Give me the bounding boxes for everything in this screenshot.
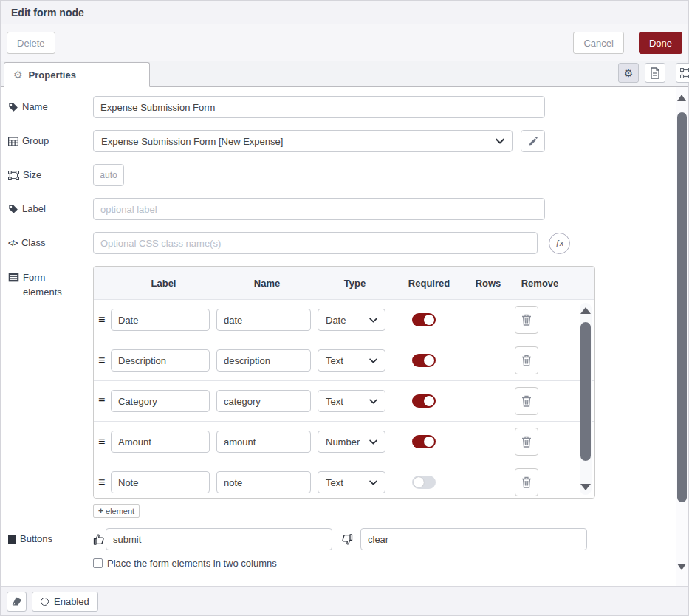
required-toggle[interactable]	[412, 394, 436, 408]
node-help-button[interactable]	[7, 592, 27, 612]
trash-icon	[521, 355, 532, 366]
group-select[interactable]: Expense Submission Form [New Expense]	[93, 130, 513, 152]
object-group-icon	[680, 68, 689, 78]
tab-properties[interactable]: ⚙ Properties	[4, 62, 150, 87]
cancel-button[interactable]: Cancel	[573, 32, 623, 54]
drag-handle-icon[interactable]: ≡	[98, 435, 111, 448]
element-label-input[interactable]	[111, 431, 210, 453]
class-input[interactable]	[93, 232, 538, 254]
required-toggle[interactable]	[412, 476, 436, 489]
chevron-down-icon	[369, 399, 377, 404]
scroll-up-icon[interactable]	[580, 307, 591, 314]
label-label: Label	[7, 202, 93, 216]
name-input[interactable]	[93, 96, 545, 118]
remove-element-button[interactable]	[515, 428, 538, 456]
element-type-select[interactable]: Text	[318, 471, 385, 493]
size-auto-button[interactable]: auto	[93, 164, 124, 186]
trash-icon	[521, 436, 532, 448]
remove-element-button[interactable]	[515, 306, 538, 334]
class-row: </> Class ƒx	[7, 232, 688, 254]
element-row: ≡ Text	[94, 340, 594, 381]
element-name-input[interactable]	[216, 431, 311, 453]
label-input[interactable]	[93, 198, 545, 220]
clear-button-text-input[interactable]	[360, 528, 587, 550]
thumbs-up-icon	[93, 533, 105, 546]
element-name-input[interactable]	[216, 349, 311, 372]
buttons-row: Buttons	[7, 528, 688, 550]
required-toggle[interactable]	[412, 313, 436, 326]
drag-handle-icon[interactable]: ≡	[98, 394, 111, 408]
name-row: Name	[7, 96, 688, 118]
dialog-header: Edit form node	[1, 1, 688, 24]
panel-scrollbar[interactable]	[676, 87, 688, 586]
scrollbar-thumb[interactable]	[580, 322, 591, 461]
fx-expand-button[interactable]: ƒx	[549, 233, 570, 254]
tag-icon	[8, 102, 18, 112]
edit-group-button[interactable]	[521, 130, 545, 152]
node-properties-button[interactable]: ⚙	[618, 63, 639, 83]
two-columns-row: Place the form elements in two columns	[93, 558, 688, 569]
label-row: Label	[7, 198, 688, 220]
elements-table: Label Name Type Required Rows Remove ≡	[93, 266, 595, 499]
header-required: Required	[392, 278, 466, 289]
trash-icon	[521, 476, 532, 488]
header-type: Type	[318, 278, 392, 289]
object-group-icon	[8, 171, 19, 180]
size-row: Size auto	[7, 164, 688, 186]
element-name-input[interactable]	[216, 390, 311, 412]
two-columns-label: Place the form elements in two columns	[107, 558, 277, 569]
enabled-label: Enabled	[54, 596, 89, 607]
properties-panel: Name Group Expense Submission Form [New …	[1, 87, 688, 586]
required-toggle[interactable]	[412, 435, 436, 448]
drag-handle-icon[interactable]: ≡	[98, 476, 111, 489]
remove-element-button[interactable]	[515, 387, 538, 415]
scroll-down-icon[interactable]	[580, 484, 591, 490]
element-type-select[interactable]: Text	[318, 390, 385, 412]
element-label-input[interactable]	[111, 349, 210, 372]
scroll-down-icon[interactable]	[677, 564, 686, 570]
elements-table-body: ≡ Date	[94, 300, 594, 498]
element-row: ≡ Date	[94, 300, 594, 340]
description-button[interactable]	[645, 63, 665, 83]
element-label-input[interactable]	[111, 471, 210, 493]
appearance-button[interactable]	[676, 63, 689, 83]
element-type-select[interactable]: Text	[318, 349, 385, 372]
enabled-toggle-button[interactable]: Enabled	[32, 592, 98, 612]
group-row: Group Expense Submission Form [New Expen…	[7, 130, 688, 152]
chevron-down-icon	[369, 480, 377, 485]
element-type-select[interactable]: Date	[318, 309, 385, 331]
drag-handle-icon[interactable]: ≡	[98, 313, 111, 326]
table-scrollbar[interactable]	[580, 303, 592, 495]
code-icon: </>	[8, 239, 18, 247]
trash-icon	[521, 395, 532, 407]
scroll-up-icon[interactable]	[677, 95, 686, 101]
form-elements-row: Form elements Label Name Type Required R…	[7, 266, 688, 518]
trash-icon	[521, 314, 532, 326]
element-label-input[interactable]	[111, 309, 210, 331]
drag-handle-icon[interactable]: ≡	[98, 354, 111, 367]
square-icon	[8, 535, 16, 544]
header-rows: Rows	[466, 278, 510, 289]
dialog-toolbar: Delete Cancel Done	[1, 24, 688, 61]
dialog-footer: Enabled	[1, 586, 688, 615]
element-name-input[interactable]	[216, 471, 311, 493]
required-toggle[interactable]	[412, 354, 436, 367]
tab-properties-label: Properties	[29, 69, 76, 81]
group-label: Group	[7, 134, 93, 148]
scrollbar-thumb[interactable]	[677, 112, 687, 502]
remove-element-button[interactable]	[515, 468, 538, 496]
done-button[interactable]: Done	[639, 32, 682, 54]
status-circle-icon	[41, 598, 49, 606]
tab-bar: ⚙ Properties ⚙	[1, 61, 688, 87]
header-remove: Remove	[510, 278, 569, 289]
element-name-input[interactable]	[216, 309, 311, 331]
chevron-down-icon	[369, 318, 377, 323]
delete-button[interactable]: Delete	[7, 32, 55, 54]
buttons-label: Buttons	[7, 532, 93, 547]
submit-button-text-input[interactable]	[106, 528, 332, 550]
element-label-input[interactable]	[111, 390, 210, 412]
add-element-button[interactable]: +element	[93, 504, 140, 518]
two-columns-checkbox[interactable]	[93, 558, 103, 568]
element-type-select[interactable]: Number	[318, 431, 385, 453]
remove-element-button[interactable]	[515, 346, 538, 374]
